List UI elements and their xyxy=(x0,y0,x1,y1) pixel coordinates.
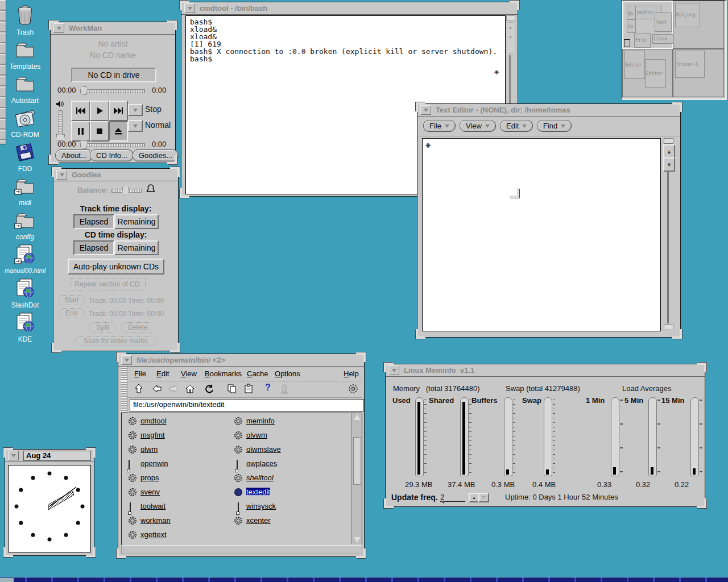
paste-icon[interactable] xyxy=(243,383,254,397)
find-menu[interactable]: Find xyxy=(537,120,572,132)
scrollbar-cable[interactable] xyxy=(667,171,669,323)
home-icon[interactable] xyxy=(184,383,196,397)
resize-corner[interactable] xyxy=(510,188,519,198)
pager-mini-window[interactable]: Linux xyxy=(652,34,673,44)
resize-corner[interactable] xyxy=(356,548,366,558)
file-link[interactable]: toolwait xyxy=(140,502,166,510)
file-link[interactable]: msgfmt xyxy=(140,431,165,439)
desktop-icon-cdrom[interactable]: CD-ROM xyxy=(2,107,48,139)
gear-icon[interactable] xyxy=(347,383,359,397)
pager-mini-window[interactable]: Editor xyxy=(645,59,666,88)
play-state-menu-button[interactable] xyxy=(128,104,143,116)
virtual-desktop-pager[interactable]: Wo cmdtoo Text Go file Linux Mahjong Edi… xyxy=(622,0,727,100)
resize-corner[interactable] xyxy=(672,329,682,339)
stop-button[interactable] xyxy=(90,121,109,142)
resize-corner[interactable] xyxy=(49,155,59,164)
slider-thumb[interactable] xyxy=(122,186,129,194)
scroll-up-button[interactable]: ▲ xyxy=(663,144,675,159)
slider-thumb[interactable] xyxy=(81,86,87,95)
pause-button[interactable] xyxy=(71,121,90,142)
taskbar-start-segment[interactable] xyxy=(0,578,14,582)
scrollbar-anchor[interactable] xyxy=(506,15,515,21)
file-link[interactable]: props xyxy=(140,473,159,482)
back-icon[interactable] xyxy=(151,383,163,397)
pager-mini-window[interactable]: Text xyxy=(655,13,672,32)
resize-corner[interactable] xyxy=(49,20,59,30)
goodies-titlebar[interactable]: Goodies xyxy=(53,169,178,181)
file-link[interactable]: owplaces xyxy=(246,459,277,468)
resize-corner[interactable] xyxy=(52,167,61,177)
track-elapsed-button[interactable]: Elapsed xyxy=(73,214,114,229)
resize-corner[interactable] xyxy=(86,547,96,557)
clock-titlebar[interactable]: Aug 24 xyxy=(5,450,94,462)
resize-corner[interactable] xyxy=(180,188,189,198)
resize-corner[interactable] xyxy=(86,448,96,458)
up-icon[interactable] xyxy=(133,383,144,397)
cd-remaining-button[interactable]: Remaining xyxy=(114,240,159,255)
pager-mini-icon[interactable] xyxy=(624,39,630,47)
edit-menu[interactable]: Edit xyxy=(500,120,533,132)
resize-corner[interactable] xyxy=(416,102,425,112)
file-link[interactable]: meminfo xyxy=(246,417,275,425)
stop-icon[interactable] xyxy=(279,383,290,397)
resize-corner[interactable] xyxy=(167,20,177,30)
file-menu[interactable]: File xyxy=(423,120,456,132)
cd-position-slider[interactable] xyxy=(80,143,145,147)
desktop-icon-midi[interactable]: midi xyxy=(2,175,48,207)
cd-elapsed-button[interactable]: Elapsed xyxy=(73,240,114,255)
cd-info-button[interactable]: CD Info... xyxy=(90,149,134,161)
urlbar-drag-handle[interactable] xyxy=(121,397,127,413)
next-track-button[interactable] xyxy=(109,101,128,121)
volume-slider[interactable] xyxy=(59,110,63,141)
taskbar[interactable] xyxy=(0,577,728,582)
desktop-icon-fdd[interactable]: FDD xyxy=(2,141,48,173)
slider-thumb[interactable] xyxy=(81,140,87,149)
resize-corner[interactable] xyxy=(167,155,177,164)
autoplay-button[interactable]: Auto-play unknown CDs xyxy=(68,259,164,275)
resize-corner[interactable] xyxy=(117,352,126,362)
resize-corner[interactable] xyxy=(356,352,366,362)
about-button[interactable]: About... xyxy=(55,149,93,161)
scrollbar-anchor[interactable] xyxy=(664,138,673,144)
file-link[interactable]: openwin xyxy=(140,459,168,468)
file-link[interactable]: workman xyxy=(140,516,171,525)
cmdtool-titlebar[interactable]: cmdtool - /bin/bash xyxy=(181,2,518,15)
balance-slider[interactable] xyxy=(111,189,142,193)
file-link[interactable]: winsysck xyxy=(246,502,276,510)
pager-desktop-3[interactable]: Editor Editor xyxy=(622,49,673,97)
resize-corner[interactable] xyxy=(170,167,180,177)
pager-mini-window[interactable]: file xyxy=(634,34,651,48)
repeat-start-button[interactable]: Start xyxy=(58,295,85,305)
repeat-section-button[interactable]: Repeat section of CD: xyxy=(71,278,146,290)
repeat-end-button[interactable]: End xyxy=(58,308,85,318)
file-link-symlink[interactable]: shelltool xyxy=(246,473,274,482)
bookmarks-menu[interactable]: Bookmarks xyxy=(205,369,242,378)
desktop-icon-autostart[interactable]: Autostart xyxy=(2,73,48,105)
resize-corner[interactable] xyxy=(3,448,13,458)
cache-menu[interactable]: Cache xyxy=(247,369,268,378)
file-link[interactable]: cmdtool xyxy=(140,417,167,425)
workman-titlebar[interactable]: WorkMan xyxy=(51,22,175,35)
view-menu[interactable]: View xyxy=(460,120,496,132)
play-mode-menu-button[interactable] xyxy=(128,120,143,132)
help-menu[interactable]: Help xyxy=(344,369,359,378)
resize-corner[interactable] xyxy=(180,1,189,10)
resize-corner[interactable] xyxy=(672,102,682,112)
file-menu[interactable]: File xyxy=(134,369,146,378)
file-link[interactable]: olwmslave xyxy=(246,445,281,454)
file-link[interactable]: xgettext xyxy=(140,530,167,539)
help-icon[interactable]: ? xyxy=(265,383,271,393)
edit-menu[interactable]: Edit xyxy=(156,369,169,378)
reload-icon[interactable] xyxy=(204,383,215,397)
texteditor-titlebar[interactable]: Text Editor - (NONE), dir; /home/tomas xyxy=(417,104,680,117)
file-link[interactable]: olvwm xyxy=(246,431,267,439)
pager-mini-window[interactable]: Go xyxy=(627,19,636,33)
text-area[interactable]: ◈ xyxy=(422,138,661,331)
url-input[interactable]: file:/usr/openwin/bin/textedit xyxy=(130,399,364,411)
pager-desktop-1[interactable]: Wo cmdtoo Text Go file Linux xyxy=(622,1,673,49)
desktop-icon-slashdot[interactable]: SlashDot xyxy=(2,277,48,309)
pager-mini-window[interactable]: Mahjong xyxy=(675,3,700,27)
track-remaining-button[interactable]: Remaining xyxy=(114,214,159,229)
resize-corner[interactable] xyxy=(384,498,394,508)
file-link[interactable]: svenv xyxy=(140,488,160,496)
